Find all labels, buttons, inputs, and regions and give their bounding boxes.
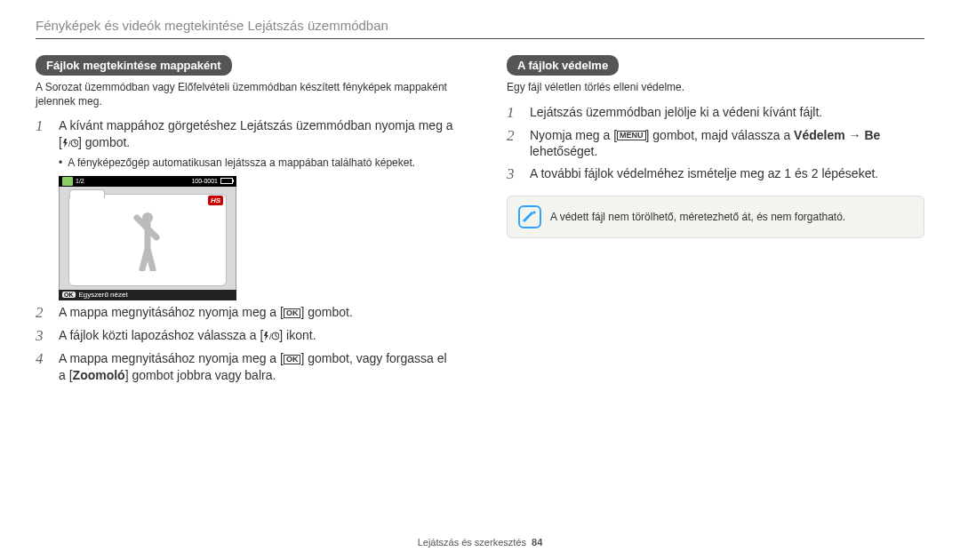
screenshot-counter: 1/2 <box>76 178 84 184</box>
step-text: A kívánt mappához görgetéshez Lejátszás … <box>59 117 453 151</box>
ok-chip: OK <box>62 292 76 298</box>
section-desc: A Sorozat üzemmódban vagy Előfelvételi ü… <box>36 81 453 108</box>
step-text: A további fájlok védelméhez ismételje me… <box>530 165 878 183</box>
r-step2-bold: Védelem → Be <box>794 128 880 142</box>
step-2-right: 2 Nyomja meg a [MENU] gombot, majd válas… <box>507 127 924 161</box>
step-3: 3 A fájlok közti lapozáshoz válassza a [… <box>36 327 453 345</box>
bullet-dot: • <box>59 156 62 169</box>
step2-a: A mappa megnyitásához nyomja meg a [ <box>59 305 284 319</box>
step-number: 4 <box>36 350 50 384</box>
step-number: 3 <box>36 327 50 345</box>
svg-text:/: / <box>68 140 71 148</box>
step4-a: A mappa megnyitásához nyomja meg a [ <box>59 351 284 365</box>
content-columns: Fájlok megtekintése mappaként A Sorozat … <box>36 55 924 389</box>
section-desc: Egy fájl véletlen törlés elleni védelme. <box>507 81 924 95</box>
note-box: A védett fájl nem törölhető, méretezhető… <box>507 196 924 238</box>
step-number: 3 <box>507 165 521 183</box>
camera-screenshot: 1/2 100-0001 HS <box>59 176 236 300</box>
person-silhouette-icon <box>130 209 165 271</box>
step-1: 1 A kívánt mappához görgetéshez Lejátszá… <box>36 117 453 151</box>
flash-timer-icon: / <box>62 138 78 148</box>
hs-badge: HS <box>208 196 223 205</box>
r-step2-b: ] gombot, majd válassza a <box>646 128 795 142</box>
footer-page-number: 84 <box>532 537 542 548</box>
note-text: A védett fájl nem törölhető, méretezhető… <box>550 211 845 223</box>
bullet-text: A fényképezőgép automatikusan lejátssza … <box>68 156 415 169</box>
r-step2-c: lehetőséget. <box>530 144 597 158</box>
note-icon <box>518 205 541 228</box>
step3-a: A fájlok közti lapozáshoz válassza a [ <box>59 328 263 342</box>
step-number: 2 <box>36 304 50 322</box>
screenshot-top-bar: 1/2 100-0001 <box>59 176 236 187</box>
step-text: Lejátszás üzemmódban jelölje ki a védeni… <box>530 104 822 122</box>
page-header: Fényképek és videók megtekintése Lejátsz… <box>36 18 924 33</box>
step-3-right: 3 A további fájlok védelméhez ismételje … <box>507 165 924 183</box>
bullet-row: • A fényképezőgép automatikusan lejátssz… <box>59 156 453 169</box>
step-text: Nyomja meg a [MENU] gombot, majd válassz… <box>530 127 924 161</box>
flash-timer-icon: / <box>263 331 279 341</box>
svg-text:/: / <box>269 332 272 341</box>
step-text: A fájlok közti lapozáshoz válassza a [/]… <box>59 327 316 345</box>
left-column: Fájlok megtekintése mappaként A Sorozat … <box>36 55 453 389</box>
step4-bold: Zoomoló <box>73 368 125 382</box>
section-pill-folder-view: Fájlok megtekintése mappaként <box>36 55 232 76</box>
folder-graphic <box>68 194 227 286</box>
step2-b: ] gombot. <box>300 305 352 319</box>
step4-c: ] gombot jobbra vagy balra. <box>125 368 276 382</box>
ok-button-icon: OK <box>284 308 301 318</box>
right-column: A fájlok védelme Egy fájl véletlen törlé… <box>507 55 924 389</box>
screenshot-bottom-bar: OK Egyszerű nézet <box>59 290 236 300</box>
step3-b: ] ikont. <box>279 328 316 342</box>
screenshot-body: HS <box>59 187 236 290</box>
step1-part-b: ] gombot. <box>78 135 130 149</box>
step-number: 1 <box>36 117 50 151</box>
step-1-right: 1 Lejátszás üzemmódban jelölje ki a véde… <box>507 104 924 122</box>
step-number: 2 <box>507 127 521 161</box>
ok-button-icon: OK <box>284 355 301 364</box>
step-text: A mappa megnyitásához nyomja meg a [OK] … <box>59 350 453 384</box>
step-4: 4 A mappa megnyitásához nyomja meg a [OK… <box>36 350 453 384</box>
battery-icon <box>220 178 233 184</box>
footer-label: Lejátszás és szerkesztés <box>418 537 526 548</box>
folder-tab <box>69 189 105 198</box>
step-2: 2 A mappa megnyitásához nyomja meg a [OK… <box>36 304 453 322</box>
folder-icon <box>62 177 73 186</box>
menu-button-icon: MENU <box>617 131 646 140</box>
step-text: A mappa megnyitásához nyomja meg a [OK] … <box>59 304 353 322</box>
step-number: 1 <box>507 104 521 122</box>
screenshot-label: Egyszerű nézet <box>79 291 128 299</box>
r-step2-a: Nyomja meg a [ <box>530 128 617 142</box>
divider <box>36 38 924 39</box>
screenshot-fileno: 100-0001 <box>191 178 218 184</box>
page-footer: Lejátszás és szerkesztés 84 <box>0 537 960 548</box>
section-pill-protect: A fájlok védelme <box>507 55 619 76</box>
